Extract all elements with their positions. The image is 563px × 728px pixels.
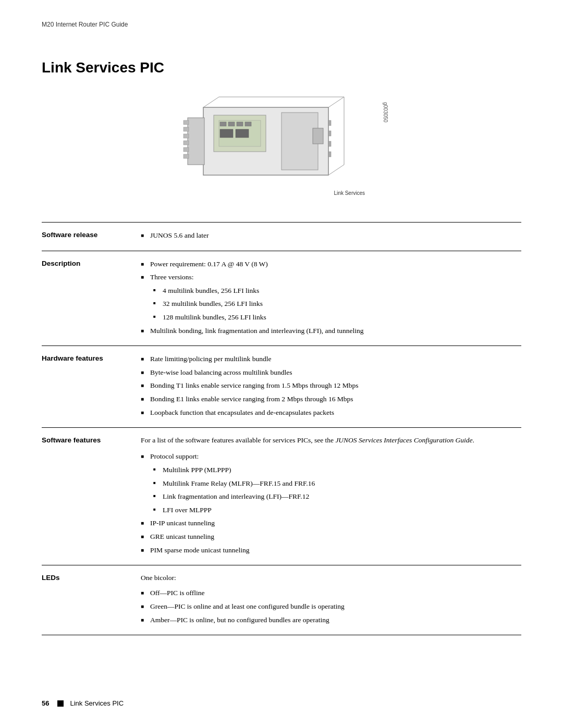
bullet-icon: ■ [141, 546, 150, 554]
pic-label: Link Services [334, 190, 365, 196]
list-item: ■ PIM sparse mode unicast tunneling [141, 545, 521, 556]
footer-page-number: 56 [42, 699, 49, 707]
list-item: ■ Multilink Frame Relay (MLFR)—FRF.15 an… [153, 478, 521, 489]
list-item: ■ JUNOS 5.6 and later [141, 230, 521, 241]
table-row: Hardware features ■ Rate limiting/polici… [42, 346, 521, 428]
intro-text: For a list of the software features avai… [141, 435, 521, 446]
svg-rect-13 [245, 122, 251, 126]
bullet-icon: ■ [141, 409, 150, 417]
list-item: ■ Multilink PPP (MLPPP) [153, 464, 521, 476]
svg-line-23 [328, 97, 344, 107]
svg-rect-4 [183, 134, 189, 138]
svg-rect-19 [328, 131, 331, 136]
list-item: ■ Multilink bonding, link fragmentation … [141, 325, 521, 337]
label-software-release: Software release [42, 230, 141, 239]
bullet-icon: ■ [141, 519, 150, 527]
bullet-icon: ■ [141, 452, 150, 461]
svg-rect-17 [313, 128, 323, 144]
bullet-icon: ■ [153, 493, 163, 500]
label-description: Description [42, 258, 141, 267]
list-item: ■ Three versions: [141, 272, 521, 283]
svg-rect-1 [188, 118, 204, 165]
svg-rect-7 [183, 154, 189, 158]
table-row: Description ■ Power requirement: 0.17 A … [42, 251, 521, 347]
label-software-features: Software features [42, 435, 141, 444]
table-row: Software release ■ JUNOS 5.6 and later [42, 223, 521, 251]
page-title: Link Services PIC [42, 59, 521, 76]
bullet-icon: ■ [141, 381, 150, 390]
svg-rect-2 [183, 120, 189, 125]
svg-rect-21 [328, 152, 331, 157]
svg-rect-3 [183, 127, 189, 131]
bullet-icon: ■ [141, 273, 150, 281]
list-item: ■ 4 multilink bundles, 256 LFI links [153, 285, 521, 297]
label-leds: LEDs [42, 573, 141, 582]
bullet-icon: ■ [141, 327, 150, 335]
content-hardware-features: ■ Rate limiting/policing per multilink b… [141, 353, 521, 420]
list-item: ■ Byte-wise load balancing across multil… [141, 367, 521, 378]
bullet-icon: ■ [153, 300, 163, 307]
bullet-icon: ■ [153, 466, 163, 473]
list-item: ■ Bonding T1 links enable service rangin… [141, 380, 521, 391]
list-item: ■ Protocol support: [141, 451, 521, 462]
bullet-icon: ■ [141, 602, 150, 611]
list-item: ■ 128 multilink bundles, 256 LFI links [153, 312, 521, 323]
list-item: ■ Loopback function that encapsulates an… [141, 407, 521, 418]
page-footer: 56 Link Services PIC [42, 699, 521, 707]
leds-intro: One bicolor: [141, 573, 521, 583]
footer-text: Link Services PIC [70, 699, 124, 707]
label-hardware-features: Hardware features [42, 353, 141, 362]
pic-image-container: Link Services g003050 [42, 92, 521, 201]
list-item: ■ Green—PIC is online and at least one c… [141, 601, 521, 612]
bullet-icon: ■ [141, 589, 150, 597]
content-software-release: ■ JUNOS 5.6 and later [141, 230, 521, 243]
list-item: ■ Bonding E1 links enable service rangin… [141, 393, 521, 405]
header-text: M20 Internet Router PIC Guide [42, 21, 128, 28]
list-item: ■ IP-IP unicast tunneling [141, 517, 521, 529]
pic-diagram-svg [172, 92, 370, 191]
svg-rect-10 [220, 122, 226, 126]
svg-rect-11 [228, 122, 235, 126]
svg-rect-18 [328, 120, 331, 126]
svg-rect-14 [220, 129, 233, 138]
content-description: ■ Power requirement: 0.17 A @ 48 V (8 W)… [141, 258, 521, 339]
list-item: ■ Link fragmentation and interleaving (L… [153, 491, 521, 502]
content-leds: One bicolor: ■ Off—PIC is offline ■ Gree… [141, 573, 521, 627]
bullet-icon: ■ [141, 355, 150, 363]
table-row: LEDs One bicolor: ■ Off—PIC is offline ■… [42, 565, 521, 635]
list-item: ■ Rate limiting/policing per multilink b… [141, 353, 521, 365]
list-item: ■ Power requirement: 0.17 A @ 48 V (8 W) [141, 258, 521, 270]
bullet-icon: ■ [141, 368, 150, 377]
bullet-icon: ■ [153, 507, 163, 513]
list-item: ■ Off—PIC is offline [141, 587, 521, 599]
svg-line-22 [203, 97, 219, 107]
svg-line-26 [328, 165, 344, 175]
spec-table: Software release ■ JUNOS 5.6 and later D… [42, 222, 521, 635]
svg-rect-12 [237, 122, 243, 126]
svg-rect-20 [328, 141, 331, 146]
footer-separator-icon [57, 700, 64, 707]
bullet-icon: ■ [153, 314, 163, 320]
svg-rect-6 [183, 147, 189, 152]
svg-rect-15 [236, 129, 249, 138]
bullet-icon: ■ [153, 480, 163, 487]
svg-rect-5 [183, 141, 189, 145]
page: M20 Internet Router PIC Guide Link Servi… [0, 0, 563, 728]
bullet-icon: ■ [141, 533, 150, 541]
list-item: ■ LFI over MLPPP [153, 504, 521, 516]
bullet-icon: ■ [153, 287, 163, 294]
table-row: Software features For a list of the soft… [42, 428, 521, 565]
bullet-icon: ■ [141, 231, 150, 240]
bullet-icon: ■ [141, 260, 150, 268]
g-id-label: g003050 [383, 102, 388, 122]
list-item: ■ Amber—PIC is online, but no configured… [141, 614, 521, 626]
list-item: ■ GRE unicast tunneling [141, 531, 521, 542]
content-software-features: For a list of the software features avai… [141, 435, 521, 558]
list-item: ■ 32 multilink bundles, 256 LFI links [153, 298, 521, 310]
page-header: M20 Internet Router PIC Guide [42, 21, 521, 28]
bullet-icon: ■ [141, 616, 150, 624]
bullet-icon: ■ [141, 395, 150, 403]
